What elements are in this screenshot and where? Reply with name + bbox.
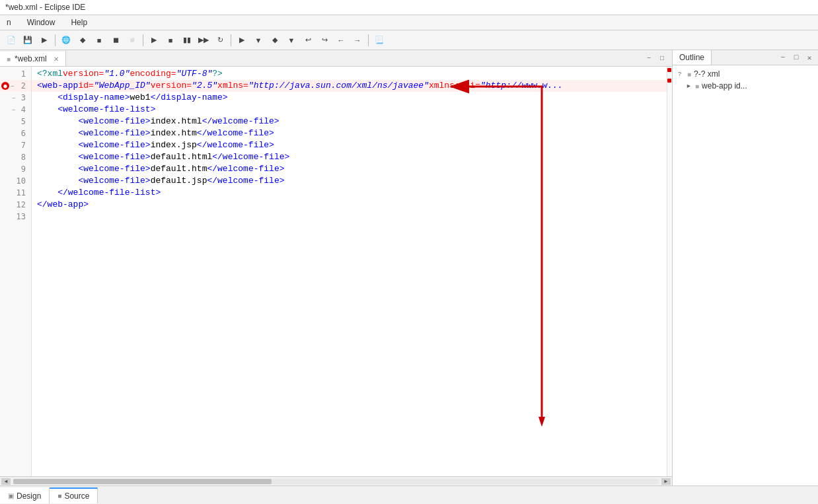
line-num-9: 9 <box>0 163 31 175</box>
toolbar-btn-10[interactable]: ↻ <box>213 33 227 48</box>
toolbar-btn-export[interactable]: 📃 <box>372 33 387 48</box>
line-num-2: ● − 2 <box>0 80 31 92</box>
toolbar-btn-2[interactable]: 💾 <box>20 33 35 48</box>
scrollbar-track-h[interactable] <box>13 479 659 484</box>
toolbar-btn-1[interactable]: 📄 <box>4 33 19 48</box>
code-line-10: <welcome-file>default.jsp</welcome-file> <box>32 175 667 187</box>
tab-label: *web.xml <box>15 54 47 63</box>
xml-pi-1: <?xml <box>37 68 63 80</box>
menu-item-help[interactable]: Help <box>67 17 91 28</box>
code-line-1: <?xml version="1.0" encoding="UTF-8"?> <box>32 68 667 80</box>
source-icon: ■ <box>57 492 61 499</box>
toolbar-btn-13[interactable]: ↩ <box>301 33 315 48</box>
toolbar-btn-back[interactable]: ← <box>334 33 348 48</box>
outline-panel-actions: − □ ✕ <box>777 52 818 63</box>
outline-minimize-button[interactable]: − <box>777 52 789 63</box>
code-editor[interactable]: 1 ● − 2 − 3 − 4 5 6 7 8 9 10 <box>0 67 672 476</box>
error-marker <box>667 67 672 476</box>
toolbar-btn-5[interactable]: ■ <box>92 33 106 48</box>
bottom-tab-source-label: Source <box>64 491 89 501</box>
outline-maximize-button[interactable]: □ <box>790 52 802 63</box>
maximize-editor-button[interactable]: □ <box>656 52 668 64</box>
outline-panel: Outline − □ ✕ ? ■ ?-? xml ► ■ web-app id… <box>673 50 818 486</box>
xml-file-icon: ■ <box>7 55 11 63</box>
code-line-6: <welcome-file>index.htm</welcome-file> <box>32 127 667 139</box>
toolbar-btn-globe[interactable]: 🌐 <box>59 33 73 48</box>
outline-tab-bar: Outline − □ ✕ <box>673 50 818 65</box>
toolbar-btn-fwd[interactable]: → <box>350 33 365 48</box>
outline-item-xml[interactable]: ? ■ ?-? xml <box>675 68 815 80</box>
scroll-right-button[interactable]: ▶ <box>661 478 671 485</box>
toolbar-sep-2 <box>143 34 143 46</box>
code-line-12: </web-app> <box>32 199 667 211</box>
bottom-tab-design[interactable]: ▣ Design <box>0 487 50 503</box>
outline-tab[interactable]: Outline <box>673 50 712 65</box>
toolbar-btn-7[interactable]: ◽ <box>125 33 139 48</box>
toolbar-btn-run[interactable]: ▶ <box>147 33 161 48</box>
toolbar-btn-8[interactable]: ▮▮ <box>180 33 194 48</box>
toolbar-btn-4[interactable]: ◆ <box>75 33 90 48</box>
bottom-tab-source[interactable]: ■ Source <box>50 487 98 503</box>
line-num-10: 10 <box>0 175 31 187</box>
error-dot-line <box>667 79 671 83</box>
editor-tab-webxml[interactable]: ■ *web.xml ✕ <box>0 50 66 66</box>
toolbar-btn-stop[interactable]: ■ <box>163 33 178 48</box>
bottom-tab-design-label: Design <box>17 491 41 501</box>
line-num-6: 6 <box>0 127 31 139</box>
code-line-11: </welcome-file-list> <box>32 187 667 199</box>
code-line-3: <display-name>web1</display-name> <box>32 92 667 104</box>
code-line-13 <box>32 211 667 223</box>
toolbar-btn-dd2[interactable]: ▼ <box>284 33 299 48</box>
line-num-8: 8 <box>0 151 31 163</box>
toolbar-sep-3 <box>231 34 231 46</box>
editor-scrollbar-horizontal[interactable]: ◀ ▶ <box>0 476 672 486</box>
tab-actions: − □ <box>643 52 672 64</box>
toolbar-btn-12[interactable]: ◆ <box>268 33 282 48</box>
line-num-3: − 3 <box>0 92 31 104</box>
line-num-1: 1 <box>0 68 31 80</box>
toolbar-sep-1 <box>55 34 56 46</box>
code-line-5: <welcome-file>index.html</welcome-file> <box>32 116 667 127</box>
menu-item-n[interactable]: n <box>3 17 15 28</box>
scrollbar-thumb-h[interactable] <box>13 479 272 484</box>
toolbar-btn-11[interactable]: ▶ <box>235 33 249 48</box>
code-line-7: <welcome-file>index.jsp</welcome-file> <box>32 139 667 151</box>
line-num-11: 11 <box>0 187 31 199</box>
code-line-4: <welcome-file-list> <box>32 104 667 116</box>
title-text: *web.xml - Eclipse IDE <box>5 3 85 12</box>
menu-item-window[interactable]: Window <box>23 17 59 28</box>
toolbar-btn-dd1[interactable]: ▼ <box>251 33 266 48</box>
outline-item-label-xml: ?-? xml <box>694 69 720 79</box>
outline-expand-webapp: ► <box>686 83 692 89</box>
code-content[interactable]: <?xml version="1.0" encoding="UTF-8"?> <… <box>32 67 667 476</box>
fold-indicator-4: − <box>12 104 15 116</box>
toolbar-btn-9[interactable]: ▶▶ <box>196 33 211 48</box>
bottom-tab-bar: ▣ Design ■ Source <box>0 486 818 504</box>
minimize-editor-button[interactable]: − <box>643 52 655 64</box>
outline-item-webapp[interactable]: ► ■ web-app id... <box>675 80 815 92</box>
error-dot-top <box>667 68 671 72</box>
line-numbers: 1 ● − 2 − 3 − 4 5 6 7 8 9 10 <box>0 67 32 476</box>
toolbar-btn-6[interactable]: ◼ <box>108 33 123 48</box>
title-bar: *web.xml - Eclipse IDE <box>0 0 818 15</box>
toolbar-btn-3[interactable]: ▶ <box>37 33 52 48</box>
design-icon: ▣ <box>8 492 14 499</box>
line-num-7: 7 <box>0 139 31 151</box>
line-num-13: 13 <box>0 211 31 223</box>
menu-bar: n Window Help <box>0 15 818 30</box>
outline-close-button[interactable]: ✕ <box>803 52 815 63</box>
tab-close-button[interactable]: ✕ <box>54 55 59 63</box>
line-num-4: − 4 <box>0 104 31 116</box>
fold-indicator-2[interactable]: − <box>11 80 14 92</box>
editor-area: ■ *web.xml ✕ − □ 1 ● − 2 − 3 <box>0 50 673 486</box>
toolbar-btn-14[interactable]: ↪ <box>317 33 332 48</box>
error-icon-2: ● <box>1 82 9 90</box>
outline-item-label-webapp: web-app id... <box>702 81 747 90</box>
scroll-left-button[interactable]: ◀ <box>1 478 11 485</box>
webapp-icon-outline: ■ <box>695 83 699 90</box>
outline-expand-xml: ? <box>678 71 685 77</box>
line-num-5: 5 <box>0 116 31 127</box>
editor-tab-bar: ■ *web.xml ✕ − □ <box>0 50 672 67</box>
toolbar-sep-4 <box>368 34 369 46</box>
code-line-8: <welcome-file>default.html</welcome-file… <box>32 151 667 163</box>
